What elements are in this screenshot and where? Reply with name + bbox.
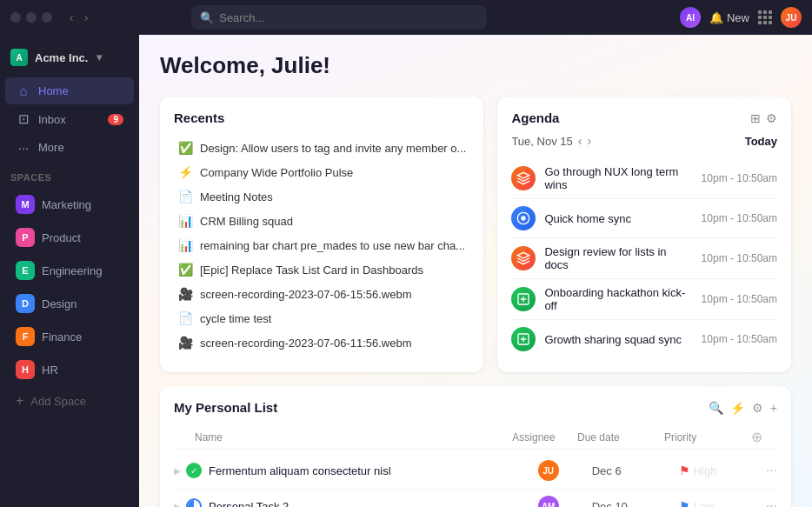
recents-title: Recents [174, 110, 469, 125]
right-controls: AI 🔔 New JU [680, 7, 802, 28]
grid-menu-icon[interactable] [758, 10, 772, 24]
minimize-button[interactable] [26, 12, 37, 23]
task-expand-icon-0[interactable]: ▶ [174, 466, 181, 476]
recent-icon-0: ✅ [177, 141, 193, 155]
inbox-badge: 9 [108, 114, 123, 125]
table-row[interactable]: ▶ ✓ Fermentum aliquam consectetur nisl J… [174, 453, 777, 489]
more-icon: ··· [16, 140, 31, 155]
task-assignee-0: JU [505, 460, 592, 481]
agenda-title: Agenda [511, 110, 559, 125]
inbox-icon: ⊡ [16, 111, 31, 127]
recent-text-5: [Epic] Replace Task List Card in Dashboa… [200, 264, 423, 277]
recent-text-6: screen-recording-2023-07-06-15:56.webm [200, 288, 412, 301]
sidebar-item-design[interactable]: D Design [5, 288, 134, 319]
agenda-view-toggle[interactable]: ⊞ [750, 111, 761, 125]
task-status-inprogress-1[interactable] [186, 498, 202, 507]
list-item[interactable]: ⚡ Company Wide Portfolio Pulse [174, 160, 469, 184]
today-button[interactable]: Today [745, 135, 777, 148]
close-button[interactable] [10, 12, 21, 23]
forward-button[interactable]: › [81, 9, 92, 26]
new-button[interactable]: 🔔 New [709, 11, 749, 24]
event-name-1: Quick home sync [544, 212, 692, 225]
filter-tasks-button[interactable]: ⚡ [730, 401, 745, 415]
sidebar-item-marketing[interactable]: M Marketing [5, 189, 134, 220]
task-name-0: Fermentum aliquam consectetur nisl [209, 464, 505, 477]
hr-label: HR [42, 364, 58, 377]
agenda-event-2[interactable]: Design review for lists in docs 10pm - 1… [511, 238, 777, 279]
marketing-space-icon: M [16, 195, 35, 214]
add-space-label: Add Space [30, 395, 86, 408]
workspace-item[interactable]: A Acme Inc. ▾ [0, 42, 139, 73]
priority-flag-icon-1: ⚑ [679, 499, 690, 507]
add-space-button[interactable]: + Add Space [5, 387, 134, 415]
list-item[interactable]: 📄 Meeting Notes [174, 184, 469, 209]
list-item[interactable]: 📊 remaining bar chart pre_mades to use n… [174, 233, 469, 257]
table-row[interactable]: ▶ Personal Task 2 AM Dec 10 ⚑ Low ··· [174, 489, 777, 507]
priority-label-0: High [694, 464, 717, 477]
priority-flag-icon-0: ⚑ [679, 464, 690, 477]
product-label: Product [42, 231, 81, 244]
search-icon: 🔍 [200, 11, 214, 24]
settings-tasks-button[interactable]: ⚙ [752, 401, 763, 415]
recent-text-4: remaining bar chart pre_mades to use new… [200, 239, 465, 252]
sidebar-item-engineering[interactable]: E Engineering [5, 255, 134, 286]
task-expand-icon-1[interactable]: ▶ [174, 502, 181, 508]
sidebar-item-finance[interactable]: F Finance [5, 321, 134, 352]
event-icon-0 [511, 166, 536, 190]
add-space-icon: + [16, 393, 23, 409]
list-item[interactable]: 🎥 screen-recording-2023-07-06-15:56.webm [174, 282, 469, 306]
list-item[interactable]: ✅ Design: Allow users to tag and invite … [174, 136, 469, 160]
add-col-icon[interactable]: ⊕ [751, 430, 762, 444]
sidebar-item-inbox[interactable]: ⊡ Inbox 9 [5, 105, 134, 133]
event-time-2: 10pm - 10:50am [702, 252, 777, 264]
sidebar-item-hr[interactable]: H HR [5, 354, 134, 385]
agenda-event-1[interactable]: Quick home sync 10pm - 10:50am [511, 199, 777, 238]
event-time-0: 10pm - 10:50am [702, 172, 777, 184]
name-col-header: Name [195, 431, 490, 444]
agenda-settings-icon[interactable]: ⚙ [766, 111, 777, 125]
search-bar[interactable]: 🔍 Search... [191, 5, 487, 30]
event-time-3: 10pm - 10:50am [702, 293, 777, 305]
agenda-prev-button[interactable]: ‹ [578, 134, 582, 148]
event-time-4: 10pm - 10:50am [702, 333, 777, 345]
task-due-0: Dec 6 [592, 464, 679, 477]
assignee-col-header: Assignee [490, 431, 577, 444]
add-task-button[interactable]: + [770, 401, 777, 415]
add-col-header: ⊕ [751, 429, 777, 445]
recent-icon-5: ✅ [177, 263, 193, 277]
agenda-controls: ⊞ ⚙ [750, 111, 777, 125]
recent-text-2: Meeting Notes [200, 190, 273, 203]
spaces-header: Spaces [0, 162, 139, 188]
event-icon-2 [511, 246, 536, 270]
sidebar-item-product[interactable]: P Product [5, 222, 134, 253]
task-status-done-0[interactable]: ✓ [186, 463, 202, 478]
list-item[interactable]: 🎥 screen-recording-2023-07-06-11:56.webm [174, 330, 469, 355]
sidebar-item-more[interactable]: ··· More [5, 134, 134, 161]
finance-label: Finance [42, 330, 82, 344]
welcome-title: Welcome, Julie! [160, 52, 791, 79]
agenda-header: Agenda ⊞ ⚙ [511, 110, 777, 125]
back-button[interactable]: ‹ [66, 9, 77, 26]
agenda-next-button[interactable]: › [587, 134, 591, 148]
maximize-button[interactable] [42, 12, 52, 23]
event-icon-3 [511, 287, 536, 311]
sidebar: A Acme Inc. ▾ ⌂ Home ⊡ Inbox 9 ··· More … [0, 35, 139, 507]
event-time-1: 10pm - 10:50am [702, 212, 777, 224]
agenda-event-4[interactable]: Growth sharing squad sync 10pm - 10:50am [511, 320, 777, 358]
hr-space-icon: H [16, 360, 35, 379]
ai-badge[interactable]: AI [680, 7, 701, 28]
agenda-event-3[interactable]: Onboarding hackathon kick-off 10pm - 10:… [511, 279, 777, 320]
task-due-1: Dec 10 [592, 500, 679, 508]
task-assignee-1: AM [505, 496, 592, 507]
list-item[interactable]: 📊 CRM Billing squad [174, 209, 469, 233]
list-item[interactable]: ✅ [Epic] Replace Task List Card in Dashb… [174, 257, 469, 282]
agenda-event-0[interactable]: Go through NUX long term wins 10pm - 10:… [511, 158, 777, 199]
sidebar-item-home[interactable]: ⌂ Home [5, 77, 134, 104]
list-item[interactable]: 📄 cycle time test [174, 306, 469, 330]
task-more-button-1[interactable]: ··· [766, 498, 777, 507]
search-tasks-button[interactable]: 🔍 [709, 401, 723, 415]
home-icon: ⌂ [16, 83, 31, 98]
event-icon-1 [511, 206, 536, 230]
task-more-button-0[interactable]: ··· [766, 463, 777, 478]
user-avatar[interactable]: JU [781, 7, 802, 28]
